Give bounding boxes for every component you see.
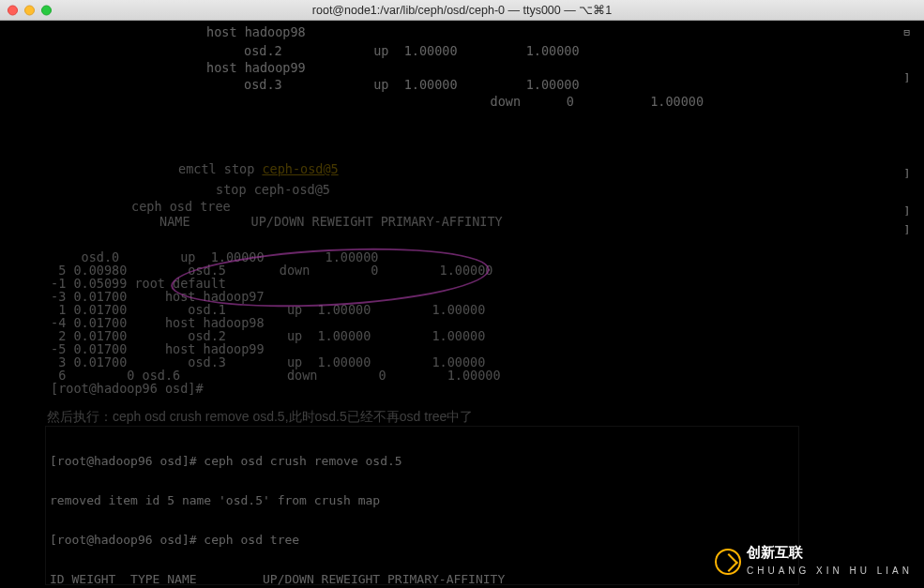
bg-downline: down 0 1.00000 xyxy=(338,92,924,111)
close-icon[interactable] xyxy=(8,5,18,15)
logo-icon xyxy=(715,549,741,575)
window-traffic-lights xyxy=(8,5,52,15)
terminal[interactable]: host hadoop98 osd.2 up 1.00000 1.00000 h… xyxy=(0,21,924,588)
bg-stop2: stop ceph-osd@5 xyxy=(216,180,924,199)
minimize-icon[interactable] xyxy=(24,5,35,15)
bg-osdline: osd.2 up 1.00000 1.00000 xyxy=(244,41,924,60)
bg-osdline2: osd.3 up 1.00000 1.00000 xyxy=(244,75,924,94)
bg-stop: emctl stop ceph-osd@5 xyxy=(178,159,924,178)
bg-tree-prompt: [root@hadoop96 osd]# xyxy=(51,379,924,398)
window-title: root@node1:/var/lib/ceph/osd/ceph-0 — tt… xyxy=(312,1,612,20)
titlebar: root@node1:/var/lib/ceph/osd/ceph-0 — tt… xyxy=(0,0,924,21)
note-text: 然后执行：ceph osd crush remove osd.5,此时osd.5… xyxy=(47,407,473,426)
bg-hostline2: host hadoop99 xyxy=(206,58,924,77)
maximize-icon[interactable] xyxy=(41,5,52,15)
gutter-marks: ⊟ ] ] ] ] xyxy=(903,23,910,239)
watermark-logo: 创新互联 CHUANG XIN HU LIAN xyxy=(715,543,913,580)
bg-hostline: host hadoop98 xyxy=(206,23,924,41)
bg-screenshot-2: [root@hadoop96 osd]# ceph osd crush remo… xyxy=(45,426,799,585)
bg-tree-hdr: NAME UP/DOWN REWEIGHT PRIMARY-AFFINITY xyxy=(159,212,924,231)
